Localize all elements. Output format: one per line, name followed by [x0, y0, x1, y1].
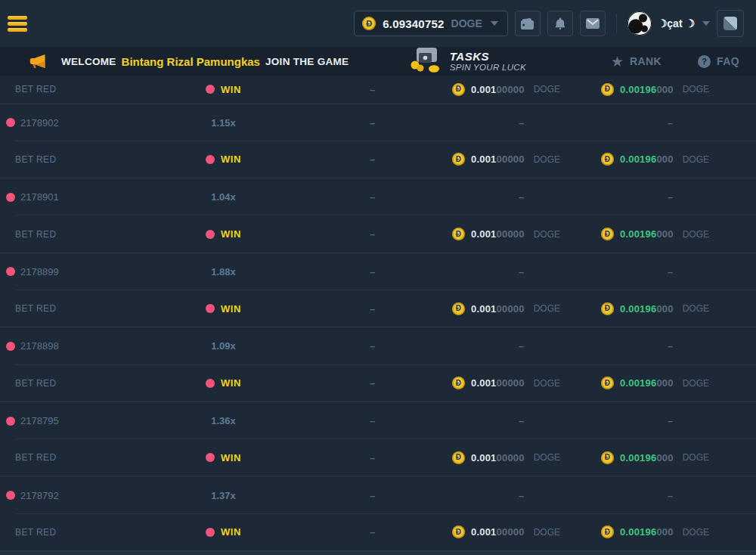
wallet-icon	[520, 17, 534, 30]
bet-row[interactable]: BET RED WIN – Đ 0.00100000 DOGE Đ 0.0019…	[0, 215, 756, 253]
menu-bar	[8, 22, 27, 26]
empty-cell: –	[298, 84, 447, 95]
game-row[interactable]: 2178795 1.36x – – –	[0, 402, 756, 439]
rank-link[interactable]: ★ RANK	[611, 54, 662, 69]
empty-cell: –	[596, 266, 745, 278]
game-id: 2178795	[20, 415, 59, 426]
game-color-dot-icon	[6, 193, 15, 202]
dash: –	[519, 266, 524, 278]
result-label: WIN	[221, 303, 241, 315]
multiplier-cell: 1.09x	[149, 340, 298, 352]
bet-label: BET RED	[15, 378, 57, 389]
game-row[interactable]: 2178792 1.37x – – –	[0, 476, 756, 513]
game-row[interactable]: 2178901 1.04x – – –	[0, 178, 756, 215]
doge-coin-icon: Đ	[601, 83, 614, 96]
doge-coin-icon: Đ	[452, 153, 465, 166]
welcome-username: Bintang Rizal Pamungkas	[122, 55, 260, 68]
bet-label: BET RED	[15, 154, 57, 165]
app-root: Đ 6.09340752 DOGE	[0, 0, 756, 555]
result-cell: WIN	[149, 452, 298, 464]
chat-button[interactable]	[717, 10, 744, 37]
result-cell: WIN	[149, 377, 298, 389]
bet-amount: 0.00100000	[471, 303, 525, 315]
dash: –	[370, 191, 375, 203]
result-label: WIN	[221, 526, 241, 538]
dash: –	[370, 266, 375, 278]
question-mark-icon: ?	[698, 55, 711, 68]
doge-coin-icon: Đ	[452, 302, 465, 315]
dash: –	[668, 117, 673, 129]
profit-amount: 0.00196000	[620, 452, 674, 464]
bet-amount-cell: Đ 0.00100000 DOGE	[432, 377, 581, 389]
empty-cell: –	[596, 117, 745, 129]
empty-cell: –	[447, 490, 596, 501]
bet-row[interactable]: BET RED WIN – Đ 0.00100000 DOGE Đ 0.0019…	[0, 514, 756, 551]
bet-row[interactable]: BET RED WIN – Đ 0.00100000 DOGE Đ 0.0019…	[0, 141, 756, 178]
balance-amount: 6.09340752	[383, 17, 444, 30]
multiplier-cell: 1.36x	[149, 415, 298, 426]
wallet-button[interactable]	[515, 11, 541, 36]
game-color-dot-icon	[6, 118, 15, 127]
profit-amount: 0.00196000	[620, 377, 674, 389]
notifications-button[interactable]	[547, 11, 573, 36]
bet-row[interactable]: BET RED WIN – Đ 0.00100000 DOGE Đ 0.0019…	[0, 290, 756, 327]
bet-amount-currency: DOGE	[534, 452, 560, 463]
result-dot-icon	[206, 453, 215, 462]
topbar: Đ 6.09340752 DOGE	[0, 0, 756, 47]
balance-selector[interactable]: Đ 6.09340752 DOGE	[354, 11, 507, 36]
profit-cell: Đ 0.00196000 DOGE	[581, 153, 730, 166]
bet-label: BET RED	[15, 452, 57, 463]
bet-amount-currency: DOGE	[534, 84, 560, 95]
bell-icon	[553, 17, 567, 30]
welcome-message: WELCOME Bintang Rizal Pamungkas JOIN THE…	[29, 54, 349, 70]
bet-row[interactable]: BET RED WIN – Đ 0.00100000 DOGE Đ 0.0019…	[0, 76, 756, 104]
bet-amount: 0.00100000	[471, 153, 525, 165]
bet-row[interactable]: BET RED WIN – Đ 0.00100000 DOGE Đ 0.0019…	[0, 439, 756, 476]
dash: –	[370, 303, 375, 315]
user-menu[interactable]: ☽çat ☽	[627, 11, 710, 36]
messages-button[interactable]	[580, 11, 606, 36]
multiplier: 1.36x	[211, 415, 236, 426]
doge-coin-icon: Đ	[601, 377, 614, 389]
bet-amount: 0.00100000	[471, 84, 525, 95]
profit-cell: Đ 0.00196000 DOGE	[581, 377, 730, 389]
result-dot-icon	[206, 155, 215, 164]
bet-label: BET RED	[15, 84, 57, 95]
empty-cell: –	[298, 228, 447, 240]
faq-link[interactable]: ? FAQ	[698, 55, 739, 68]
empty-cell: –	[298, 526, 447, 538]
dash: –	[370, 526, 375, 538]
result-label: WIN	[221, 153, 241, 165]
game-row[interactable]: 2178902 1.15x – – –	[0, 104, 756, 141]
tasks-widget[interactable]: TASKS SPIN YOUR LUCK	[409, 46, 526, 76]
dash: –	[370, 490, 375, 501]
dash: –	[668, 191, 673, 203]
game-id: 2178899	[20, 266, 59, 278]
empty-cell: –	[298, 117, 447, 129]
bet-amount: 0.00100000	[471, 377, 525, 389]
megaphone-icon	[29, 54, 47, 70]
game-row[interactable]: 2178899 1.88x – – –	[0, 253, 756, 290]
bet-row[interactable]: BET RED WIN – Đ 0.00100000 DOGE Đ 0.0019…	[0, 365, 756, 402]
profit-amount: 0.00196000	[620, 303, 674, 315]
game-id-cell: 2178795	[0, 415, 149, 426]
empty-cell: –	[298, 415, 447, 426]
bet-label: BET RED	[15, 527, 57, 538]
bet-amount-cell: Đ 0.00100000 DOGE	[432, 228, 581, 240]
empty-cell: –	[298, 377, 447, 389]
menu-button[interactable]	[8, 16, 27, 32]
result-cell: WIN	[149, 228, 298, 240]
result-cell: WIN	[149, 303, 298, 315]
dash: –	[370, 228, 375, 240]
dash: –	[668, 340, 673, 352]
profit-currency: DOGE	[683, 303, 709, 314]
empty-cell: –	[447, 117, 596, 129]
result-label: WIN	[221, 377, 241, 389]
tasks-subtitle: SPIN YOUR LUCK	[450, 63, 526, 73]
faq-label: FAQ	[717, 55, 739, 67]
bet-label-cell: BET RED	[0, 154, 149, 165]
bet-amount: 0.00100000	[471, 228, 525, 240]
result-dot-icon	[206, 528, 215, 537]
game-row[interactable]: 2178898 1.09x – – –	[0, 327, 756, 364]
dash: –	[370, 415, 375, 426]
